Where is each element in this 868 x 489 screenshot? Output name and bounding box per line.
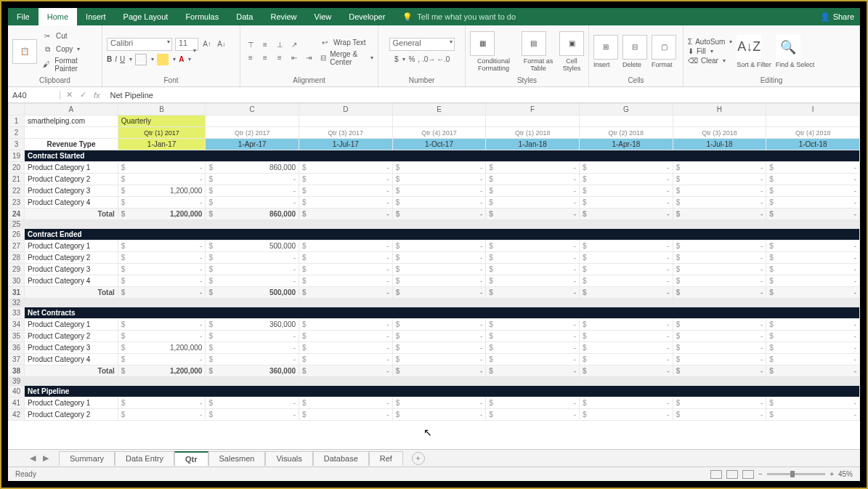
cell-label-21[interactable]: Product Category 2 (25, 174, 118, 185)
row-22[interactable]: 22 (9, 185, 25, 197)
fill-color-button[interactable] (157, 54, 169, 65)
cell-qtr-2[interactable]: Qtr (3) 2017 (299, 127, 393, 139)
cell-23-4[interactable]: $- (673, 197, 766, 209)
tab-insert[interactable]: Insert (77, 8, 115, 25)
decimal-increase-icon[interactable]: .0→ (423, 54, 434, 65)
cell-date-7[interactable]: 1-Oct-18 (766, 139, 860, 150)
cell-23-5[interactable]: $- (766, 197, 860, 209)
row-27[interactable]: 27 (9, 241, 25, 252)
view-normal-icon[interactable] (710, 470, 722, 479)
copy-button[interactable]: ⧉Copy▾ (41, 44, 97, 55)
cell-34-5[interactable]: $- (766, 319, 860, 331)
section-net-pipeline[interactable]: Net Pipeline (25, 386, 860, 397)
cell-quarterly[interactable]: Quarterly (118, 116, 206, 127)
cell-date-6[interactable]: 1-Jul-18 (673, 139, 766, 150)
font-color-button[interactable]: A (179, 55, 184, 63)
cell-site[interactable]: smarthelping.com (25, 116, 118, 127)
cell-B-24[interactable]: $1,200,000 (118, 209, 206, 220)
row-3[interactable]: 3 (9, 139, 25, 150)
cell-C-27[interactable]: $500,000 (206, 241, 299, 252)
cell-B-20[interactable]: $- (118, 162, 206, 174)
name-box[interactable]: A40 (8, 91, 60, 100)
cell-label-42[interactable]: Product Category 2 (25, 409, 118, 421)
align-right-icon[interactable]: ≡ (274, 52, 285, 64)
format-painter-button[interactable]: 🖌Format Painter (41, 57, 97, 73)
cell-24-1[interactable]: $- (392, 209, 486, 220)
cell-label-36[interactable]: Product Category 3 (25, 342, 118, 354)
view-page-break-icon[interactable] (742, 470, 754, 479)
row-37[interactable]: 37 (9, 354, 25, 365)
cell[interactable] (206, 116, 299, 127)
cell-20-2[interactable]: $- (486, 162, 580, 174)
col-C[interactable]: C (206, 104, 299, 116)
cell-21-1[interactable]: $- (392, 174, 486, 185)
tab-file[interactable]: File (8, 8, 38, 25)
decimal-decrease-icon[interactable]: ←.0 (437, 54, 449, 65)
row-32[interactable]: 32 (9, 299, 25, 307)
cell-27-3[interactable]: $- (580, 241, 673, 252)
cell-35-5[interactable]: $- (766, 331, 860, 342)
border-button[interactable] (135, 54, 147, 65)
cell-24-4[interactable]: $- (673, 209, 766, 220)
format-as-table-button[interactable]: ▤Format as Table (522, 31, 555, 72)
cell-qtr-4[interactable]: Qtr (1) 2018 (486, 127, 580, 139)
cell-C-21[interactable]: $- (206, 174, 299, 185)
delete-cells-button[interactable]: ⊟Delete (622, 35, 647, 68)
cell-date-1[interactable]: 1-Apr-17 (206, 139, 299, 150)
cell-29-2[interactable]: $- (486, 264, 580, 275)
cell-label-30[interactable]: Product Category 4 (25, 275, 118, 287)
cell-31-3[interactable]: $- (580, 287, 673, 299)
cell-C-38[interactable]: $360,000 (206, 365, 299, 377)
cell-qtr-0[interactable]: Qtr (1) 2017 (118, 127, 206, 139)
cell-C-37[interactable]: $- (206, 354, 299, 365)
italic-button[interactable]: I (115, 55, 117, 63)
orientation-icon[interactable]: ↗ (288, 39, 300, 51)
row-30[interactable]: 30 (9, 275, 25, 287)
cell-31-2[interactable]: $- (486, 287, 580, 299)
row-23[interactable]: 23 (9, 197, 25, 209)
cell-31-1[interactable]: $- (392, 287, 486, 299)
align-center-icon[interactable]: ≡ (259, 52, 271, 64)
cell[interactable] (486, 116, 580, 127)
cell-date-4[interactable]: 1-Jan-18 (486, 139, 580, 150)
row-29[interactable]: 29 (9, 264, 25, 275)
cell-20-4[interactable]: $- (673, 162, 766, 174)
sheet-tab-visuals[interactable]: Visuals (265, 451, 312, 466)
cell-21-5[interactable]: $- (766, 174, 860, 185)
cell-28-2[interactable]: $- (486, 252, 580, 264)
format-cells-button[interactable]: ▢Format (652, 35, 676, 68)
cell-36-3[interactable]: $- (580, 342, 673, 354)
cell-24-5[interactable]: $- (766, 209, 860, 220)
prev-sheet-icon[interactable]: ◀ (30, 453, 36, 463)
cell-41-5[interactable]: $- (766, 397, 860, 409)
row-42[interactable]: 42 (9, 409, 25, 421)
cell-37-5[interactable]: $- (766, 354, 860, 365)
cell-30-4[interactable]: $- (673, 275, 766, 287)
cell-27-0[interactable]: $- (299, 241, 393, 252)
cell-30-5[interactable]: $- (766, 275, 860, 287)
cell-C-22[interactable]: $- (206, 185, 299, 197)
cell-qtr-3[interactable]: Qtr (4) 2017 (392, 127, 486, 139)
cell-30-1[interactable]: $- (392, 275, 486, 287)
merge-center-button[interactable]: ⊟Merge & Center▾ (319, 50, 373, 66)
cell-B-22[interactable]: $1,200,000 (118, 185, 206, 197)
cell-B-21[interactable]: $- (118, 174, 206, 185)
cell-23-1[interactable]: $- (392, 197, 486, 209)
share-button[interactable]: 👤 Share (820, 12, 854, 22)
cell-30-0[interactable]: $- (299, 275, 393, 287)
cell-38-3[interactable]: $- (580, 365, 673, 377)
section-net-contracts[interactable]: Net Contracts (25, 307, 860, 319)
cell-B-38[interactable]: $1,200,000 (118, 365, 206, 377)
cell-21-2[interactable]: $- (486, 174, 580, 185)
cell-42-1[interactable]: $- (392, 409, 486, 421)
decrease-font-icon[interactable]: A↓ (216, 39, 227, 50)
row-26[interactable]: 26 (9, 229, 25, 241)
cell-22-4[interactable]: $- (673, 185, 766, 197)
row-28[interactable]: 28 (9, 252, 25, 264)
cell-C-29[interactable]: $- (206, 264, 299, 275)
cell-B-27[interactable]: $- (118, 241, 206, 252)
font-select[interactable]: Calibri (107, 38, 172, 51)
cell-28-5[interactable]: $- (766, 252, 860, 264)
cell-date-3[interactable]: 1-Oct-17 (392, 139, 486, 150)
cell-C-36[interactable]: $- (206, 342, 299, 354)
